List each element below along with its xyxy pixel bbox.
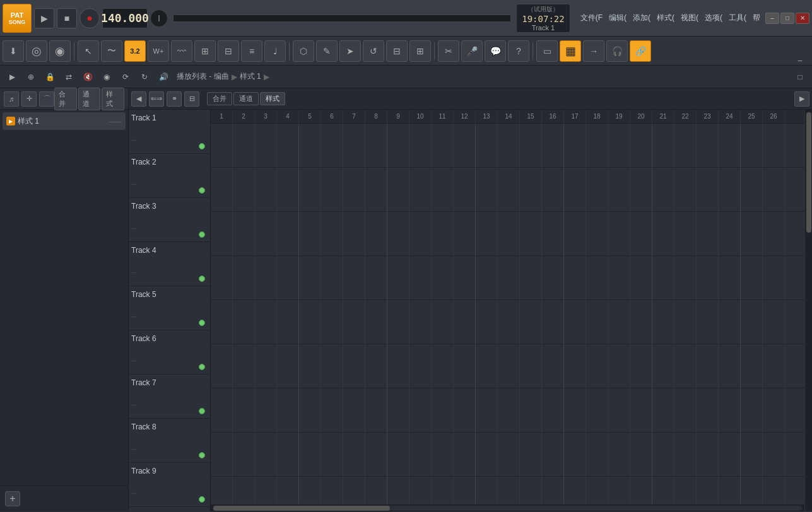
grid-cell[interactable] (520, 256, 542, 300)
track-header-row[interactable]: Track 5... (129, 286, 210, 330)
grid-cell[interactable] (409, 344, 432, 388)
loop-button[interactable]: ↺ (363, 40, 384, 62)
grid-cell[interactable] (564, 124, 586, 168)
wave2-button[interactable]: 〰 (171, 40, 192, 62)
arrow-button[interactable]: ➤ (339, 40, 361, 62)
menu-options[interactable]: 选项( (702, 11, 725, 25)
grid-cell[interactable] (476, 300, 498, 344)
grid-cell[interactable] (299, 477, 321, 504)
right-arrow-button[interactable]: → (583, 40, 604, 62)
horizontal-scrollbar[interactable] (211, 504, 804, 511)
nudge-button[interactable]: ⇐⇒ (149, 91, 164, 107)
grid-cell[interactable] (608, 124, 630, 168)
grid-cell[interactable] (343, 168, 365, 212)
grid-cell[interactable] (564, 433, 586, 477)
grid-cell[interactable] (454, 256, 476, 300)
collapse-button[interactable]: – (792, 52, 808, 69)
snap-button[interactable]: 🔒 (42, 69, 58, 85)
grid-cell[interactable] (520, 433, 542, 477)
grid-cell[interactable] (763, 433, 785, 477)
grid-cell[interactable] (321, 388, 343, 433)
download-button[interactable]: ⬇ (3, 40, 24, 62)
grid-cell[interactable] (674, 388, 697, 433)
grid-cell[interactable] (586, 212, 608, 256)
grid-row[interactable] (211, 388, 804, 433)
grid-cell[interactable] (365, 344, 387, 388)
add-track-button[interactable]: W+ (148, 40, 169, 62)
menu-view[interactable]: 视图( (678, 11, 701, 25)
grid-cell[interactable] (719, 256, 741, 300)
flip-button[interactable]: ⇄ (61, 69, 77, 85)
grid-cell[interactable] (476, 433, 498, 477)
grid-cell[interactable] (608, 477, 630, 504)
grid-cell[interactable] (608, 388, 630, 433)
grid-cell[interactable] (674, 168, 697, 212)
pitch-knob[interactable]: | (150, 9, 168, 27)
grid-cell[interactable] (255, 124, 277, 168)
grid-cell[interactable] (741, 256, 763, 300)
grid-cell[interactable] (321, 256, 343, 300)
grid-cell[interactable] (454, 388, 476, 433)
grid-cell[interactable] (387, 344, 409, 388)
grid-cell[interactable] (674, 477, 697, 504)
grid-cell[interactable] (321, 433, 343, 477)
grid-cell[interactable] (343, 477, 365, 504)
grid-cell[interactable] (454, 477, 476, 504)
grid-cell[interactable] (697, 212, 719, 256)
sidebar-tab-pattern[interactable]: 样式 (102, 88, 124, 110)
grid-cell[interactable] (586, 256, 608, 300)
grid-cell[interactable] (542, 168, 564, 212)
grid-cell[interactable] (586, 300, 608, 344)
grid-cell[interactable] (387, 168, 409, 212)
track-header-row[interactable]: Track 2... (129, 154, 210, 198)
list-button[interactable]: ≡ (241, 40, 262, 62)
grid-cell[interactable] (542, 256, 564, 300)
menu-style[interactable]: 样式( (654, 11, 677, 25)
minimize-button[interactable]: – (765, 13, 779, 24)
grid-cell[interactable] (432, 212, 454, 256)
grid-cell[interactable] (277, 388, 299, 433)
grid-cell[interactable] (741, 344, 763, 388)
grid-cell[interactable] (520, 300, 542, 344)
save2-button[interactable]: ⊞ (409, 40, 431, 62)
grid-cell[interactable] (763, 256, 785, 300)
grid-cell[interactable] (432, 433, 454, 477)
grid-cell[interactable] (542, 477, 564, 504)
grid-cell[interactable] (409, 300, 432, 344)
play2-button[interactable]: ▶ (4, 69, 20, 85)
grid-cell[interactable] (233, 300, 255, 344)
grid-cell[interactable] (763, 477, 785, 504)
grid-cell[interactable] (719, 388, 741, 433)
track-header-row[interactable]: Track 4... (129, 242, 210, 286)
grid-cell[interactable] (608, 256, 630, 300)
close-button[interactable]: ✕ (796, 13, 809, 24)
grid-cell[interactable] (674, 433, 697, 477)
grid-cell[interactable] (255, 433, 277, 477)
grid-cell[interactable] (299, 388, 321, 433)
piano-button[interactable]: ♩ (264, 40, 286, 62)
scroll-left-button[interactable]: ◀ (131, 91, 146, 107)
grid-cell[interactable] (277, 212, 299, 256)
grid-cell[interactable] (564, 300, 586, 344)
beat-num-button[interactable]: 3.2 (124, 40, 146, 62)
grid-cell[interactable] (476, 477, 498, 504)
cut-button[interactable]: ✂ (438, 40, 459, 62)
grid-row[interactable] (211, 168, 804, 212)
grid-cell[interactable] (586, 433, 608, 477)
loop2-button[interactable]: ↻ (136, 69, 153, 85)
record-button[interactable]: ● (79, 8, 100, 28)
tempo-button[interactable]: ◉ (98, 69, 115, 85)
grid-cell[interactable] (608, 212, 630, 256)
grid-cell[interactable] (409, 388, 432, 433)
grid-cell[interactable] (211, 433, 233, 477)
grid-cell[interactable] (652, 256, 674, 300)
grid-cell[interactable] (343, 344, 365, 388)
grid-cell[interactable] (608, 344, 630, 388)
grid-cell[interactable] (365, 388, 387, 433)
knob-button[interactable]: ◎ (26, 40, 47, 62)
grid-cell[interactable] (476, 344, 498, 388)
grid-cell[interactable] (630, 168, 652, 212)
track-header-row[interactable]: Track 1... (129, 110, 210, 154)
grid-cell[interactable] (674, 344, 697, 388)
grid-cell[interactable] (741, 212, 763, 256)
